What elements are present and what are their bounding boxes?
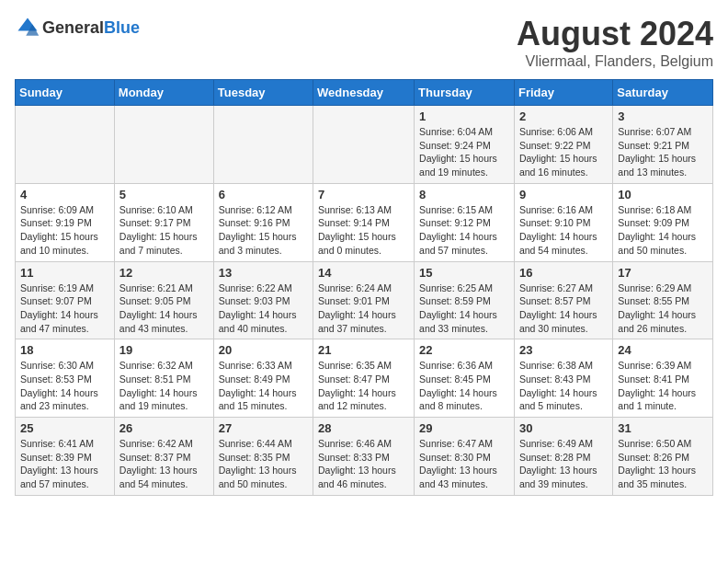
calendar-cell: 29Sunrise: 6:47 AM Sunset: 8:30 PM Dayli… <box>415 418 515 496</box>
calendar-cell: 28Sunrise: 6:46 AM Sunset: 8:33 PM Dayli… <box>313 418 415 496</box>
calendar-week-row: 11Sunrise: 6:19 AM Sunset: 9:07 PM Dayli… <box>16 261 713 339</box>
day-info: Sunrise: 6:41 AM Sunset: 8:39 PM Dayligh… <box>20 437 109 491</box>
calendar-cell: 4Sunrise: 6:09 AM Sunset: 9:19 PM Daylig… <box>16 183 115 261</box>
calendar-cell: 25Sunrise: 6:41 AM Sunset: 8:39 PM Dayli… <box>16 418 115 496</box>
calendar-cell <box>114 106 213 184</box>
calendar-cell: 13Sunrise: 6:22 AM Sunset: 9:03 PM Dayli… <box>213 261 313 339</box>
day-number: 16 <box>519 266 608 280</box>
page-header: GeneralBlue August 2024 Vliermaal, Fland… <box>15 15 713 70</box>
day-info: Sunrise: 6:13 AM Sunset: 9:14 PM Dayligh… <box>318 203 409 258</box>
day-number: 7 <box>318 188 409 201</box>
day-number: 8 <box>419 188 509 201</box>
calendar-cell: 6Sunrise: 6:12 AM Sunset: 9:16 PM Daylig… <box>213 183 313 261</box>
day-info: Sunrise: 6:39 AM Sunset: 8:41 PM Dayligh… <box>618 359 708 413</box>
day-info: Sunrise: 6:47 AM Sunset: 8:30 PM Dayligh… <box>419 437 509 491</box>
calendar-cell: 9Sunrise: 6:16 AM Sunset: 9:10 PM Daylig… <box>514 183 612 261</box>
calendar-week-row: 4Sunrise: 6:09 AM Sunset: 9:19 PM Daylig… <box>16 183 713 261</box>
day-info: Sunrise: 6:22 AM Sunset: 9:03 PM Dayligh… <box>219 282 308 336</box>
day-info: Sunrise: 6:25 AM Sunset: 8:59 PM Dayligh… <box>419 282 509 336</box>
day-info: Sunrise: 6:46 AM Sunset: 8:33 PM Dayligh… <box>318 437 409 491</box>
day-number: 3 <box>618 109 708 123</box>
day-number: 24 <box>618 343 708 357</box>
title-block: August 2024 Vliermaal, Flanders, Belgium <box>517 15 713 70</box>
day-number: 29 <box>419 421 509 435</box>
day-info: Sunrise: 6:07 AM Sunset: 9:21 PM Dayligh… <box>618 125 708 179</box>
calendar-cell: 21Sunrise: 6:35 AM Sunset: 8:47 PM Dayli… <box>313 339 415 418</box>
calendar-cell: 11Sunrise: 6:19 AM Sunset: 9:07 PM Dayli… <box>16 261 115 339</box>
calendar-cell: 2Sunrise: 6:06 AM Sunset: 9:22 PM Daylig… <box>514 106 612 184</box>
day-info: Sunrise: 6:19 AM Sunset: 9:07 PM Dayligh… <box>20 282 109 336</box>
calendar-cell: 24Sunrise: 6:39 AM Sunset: 8:41 PM Dayli… <box>613 339 713 418</box>
day-number: 4 <box>20 188 109 201</box>
weekday-header: Saturday <box>613 80 713 106</box>
location-title: Vliermaal, Flanders, Belgium <box>517 53 713 70</box>
calendar-cell: 22Sunrise: 6:36 AM Sunset: 8:45 PM Dayli… <box>415 339 515 418</box>
day-number: 9 <box>519 188 608 201</box>
calendar-cell: 8Sunrise: 6:15 AM Sunset: 9:12 PM Daylig… <box>415 183 515 261</box>
calendar-cell: 20Sunrise: 6:33 AM Sunset: 8:49 PM Dayli… <box>213 339 313 418</box>
calendar-cell: 5Sunrise: 6:10 AM Sunset: 9:17 PM Daylig… <box>114 183 213 261</box>
day-number: 6 <box>219 188 308 201</box>
day-info: Sunrise: 6:18 AM Sunset: 9:09 PM Dayligh… <box>618 203 708 258</box>
calendar-cell: 1Sunrise: 6:04 AM Sunset: 9:24 PM Daylig… <box>415 106 515 184</box>
day-info: Sunrise: 6:44 AM Sunset: 8:35 PM Dayligh… <box>219 437 308 491</box>
logo-blue: Blue <box>104 18 140 37</box>
day-info: Sunrise: 6:12 AM Sunset: 9:16 PM Dayligh… <box>219 203 308 258</box>
day-number: 15 <box>419 266 509 280</box>
day-number: 27 <box>219 421 308 435</box>
day-number: 2 <box>519 109 608 123</box>
calendar-cell: 12Sunrise: 6:21 AM Sunset: 9:05 PM Dayli… <box>114 261 213 339</box>
day-info: Sunrise: 6:27 AM Sunset: 8:57 PM Dayligh… <box>519 282 608 336</box>
day-number: 22 <box>419 343 509 357</box>
day-info: Sunrise: 6:04 AM Sunset: 9:24 PM Dayligh… <box>419 125 509 179</box>
calendar-cell: 7Sunrise: 6:13 AM Sunset: 9:14 PM Daylig… <box>313 183 415 261</box>
day-number: 10 <box>618 188 708 201</box>
day-info: Sunrise: 6:29 AM Sunset: 8:55 PM Dayligh… <box>618 282 708 336</box>
calendar-cell: 19Sunrise: 6:32 AM Sunset: 8:51 PM Dayli… <box>114 339 213 418</box>
day-number: 28 <box>318 421 409 435</box>
calendar-cell: 3Sunrise: 6:07 AM Sunset: 9:21 PM Daylig… <box>613 106 713 184</box>
day-number: 12 <box>119 266 209 280</box>
day-number: 20 <box>219 343 308 357</box>
day-number: 26 <box>119 421 209 435</box>
calendar-cell: 16Sunrise: 6:27 AM Sunset: 8:57 PM Dayli… <box>514 261 612 339</box>
calendar-cell: 23Sunrise: 6:38 AM Sunset: 8:43 PM Dayli… <box>514 339 612 418</box>
day-info: Sunrise: 6:30 AM Sunset: 8:53 PM Dayligh… <box>20 359 109 413</box>
day-number: 11 <box>20 266 109 280</box>
day-info: Sunrise: 6:15 AM Sunset: 9:12 PM Dayligh… <box>419 203 509 258</box>
calendar-cell: 15Sunrise: 6:25 AM Sunset: 8:59 PM Dayli… <box>415 261 515 339</box>
weekday-header: Monday <box>114 80 213 106</box>
calendar-cell: 30Sunrise: 6:49 AM Sunset: 8:28 PM Dayli… <box>514 418 612 496</box>
day-number: 18 <box>20 343 109 357</box>
day-info: Sunrise: 6:49 AM Sunset: 8:28 PM Dayligh… <box>519 437 608 491</box>
day-number: 23 <box>519 343 608 357</box>
day-number: 31 <box>618 421 708 435</box>
weekday-header: Wednesday <box>313 80 415 106</box>
weekday-header: Thursday <box>415 80 515 106</box>
calendar-cell <box>213 106 313 184</box>
day-info: Sunrise: 6:10 AM Sunset: 9:17 PM Dayligh… <box>119 203 209 258</box>
calendar-cell <box>313 106 415 184</box>
day-number: 13 <box>219 266 308 280</box>
calendar-cell: 26Sunrise: 6:42 AM Sunset: 8:37 PM Dayli… <box>114 418 213 496</box>
day-info: Sunrise: 6:42 AM Sunset: 8:37 PM Dayligh… <box>119 437 209 491</box>
weekday-header: Friday <box>514 80 612 106</box>
day-number: 25 <box>20 421 109 435</box>
day-info: Sunrise: 6:33 AM Sunset: 8:49 PM Dayligh… <box>219 359 308 413</box>
day-number: 30 <box>519 421 608 435</box>
calendar-week-row: 25Sunrise: 6:41 AM Sunset: 8:39 PM Dayli… <box>16 418 713 496</box>
day-info: Sunrise: 6:38 AM Sunset: 8:43 PM Dayligh… <box>519 359 608 413</box>
calendar-week-row: 1Sunrise: 6:04 AM Sunset: 9:24 PM Daylig… <box>16 106 713 184</box>
calendar-week-row: 18Sunrise: 6:30 AM Sunset: 8:53 PM Dayli… <box>16 339 713 418</box>
logo-general: General <box>42 18 104 37</box>
day-info: Sunrise: 6:35 AM Sunset: 8:47 PM Dayligh… <box>318 359 409 413</box>
weekday-header: Tuesday <box>213 80 313 106</box>
month-title: August 2024 <box>517 15 713 53</box>
day-info: Sunrise: 6:36 AM Sunset: 8:45 PM Dayligh… <box>419 359 509 413</box>
day-number: 21 <box>318 343 409 357</box>
calendar-cell: 17Sunrise: 6:29 AM Sunset: 8:55 PM Dayli… <box>613 261 713 339</box>
calendar-cell <box>16 106 115 184</box>
day-info: Sunrise: 6:50 AM Sunset: 8:26 PM Dayligh… <box>618 437 708 491</box>
logo: GeneralBlue <box>15 15 140 40</box>
calendar-cell: 27Sunrise: 6:44 AM Sunset: 8:35 PM Dayli… <box>213 418 313 496</box>
